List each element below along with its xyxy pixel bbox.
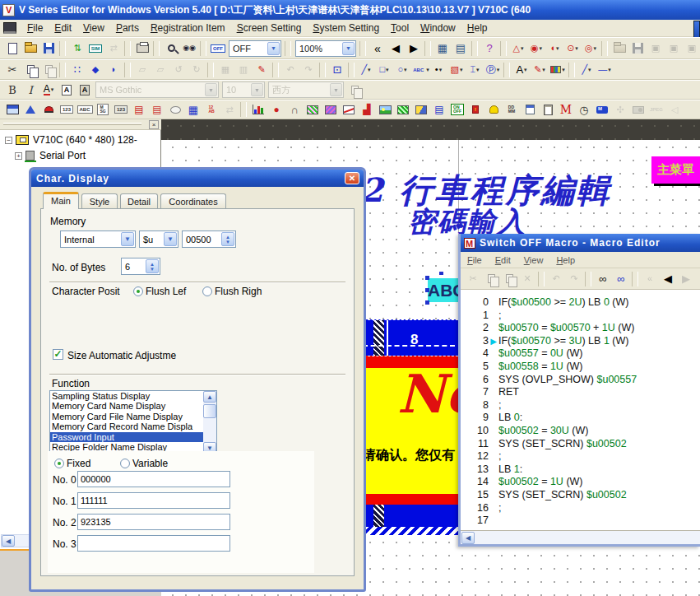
selection-handle[interactable]	[425, 300, 429, 305]
bar-graph-part-icon[interactable]	[249, 101, 267, 118]
circle-tool-icon[interactable]: ○▾	[393, 62, 411, 78]
clipboard-part-icon[interactable]	[539, 101, 557, 118]
ungroup-icon[interactable]: ◆	[86, 62, 104, 78]
tab-detail[interactable]: Detail	[120, 193, 158, 209]
save-icon[interactable]	[39, 40, 58, 57]
area-graph-part-icon[interactable]	[304, 101, 322, 118]
macro-find-icon[interactable]: ∞	[594, 271, 612, 287]
pie-graph-part-icon[interactable]: ●	[267, 101, 285, 118]
main-menu-screen-button[interactable]: 主菜單	[651, 156, 700, 184]
bytes-stepper[interactable]: 6▲▼	[121, 258, 160, 275]
child-window-icon[interactable]	[3, 22, 16, 34]
measure-tool-icon[interactable]: ⌶▾	[466, 62, 484, 78]
area-graph2-part-icon[interactable]	[322, 101, 340, 118]
tree-item-serial-port[interactable]: + Serial Port	[15, 150, 86, 161]
pen-color-icon[interactable]: ✎▾	[531, 62, 549, 78]
code-line-15[interactable]: 15SYS (SET_SCRN) $u00502	[469, 489, 700, 502]
selection-handle[interactable]	[439, 272, 443, 275]
char-shadow-icon[interactable]: A	[76, 81, 94, 98]
autosize-checkbox[interactable]: ✓	[53, 349, 63, 360]
code-line-14[interactable]: 14$u00502 = 1U (W)	[469, 476, 700, 489]
collapse-icon[interactable]: −	[5, 137, 12, 144]
tab-main[interactable]: Main	[43, 192, 79, 209]
draw-triangle-icon[interactable]: △▾	[509, 40, 527, 57]
new-file-icon[interactable]	[3, 40, 21, 57]
menu-item-registration-item[interactable]: Registration Item	[145, 21, 231, 35]
memory-source-select[interactable]: Internal▼	[60, 230, 136, 248]
chevron-down-icon[interactable]: ▼	[164, 232, 177, 246]
radio-flush-lef[interactable]	[133, 286, 143, 296]
macro-part-icon[interactable]: M	[557, 101, 575, 118]
bold-icon[interactable]: B	[3, 81, 21, 98]
password-field-2[interactable]	[77, 514, 230, 530]
graphic-part-icon[interactable]	[412, 101, 430, 118]
select-mode-icon[interactable]: ⊡	[328, 62, 346, 78]
code-line-16[interactable]: 16;	[469, 502, 700, 515]
chevron-down-icon[interactable]: ▼	[342, 42, 355, 55]
tree-item-device[interactable]: − V710C (640 * 480) 128-	[5, 134, 137, 146]
chevron-down-icon[interactable]: ▼	[251, 83, 263, 96]
code-line-4[interactable]: 4$u00557 = 0U (W)	[469, 347, 700, 361]
zoom-tool-icon[interactable]	[162, 40, 180, 57]
scroll-left-icon[interactable]: ◀	[461, 532, 475, 544]
num-display-part-icon[interactable]: 123	[58, 101, 76, 118]
calendar12-part-icon[interactable]: 12AB	[202, 101, 220, 118]
menu-item-screen-setting[interactable]: Screen Setting	[231, 21, 308, 35]
onoff-block-part-icon[interactable]: ONOFF	[448, 101, 466, 118]
memory-address-stepper[interactable]: 00500▲▼	[182, 230, 236, 248]
code-line-8[interactable]: 8;	[469, 399, 700, 412]
zoom-select[interactable]: 100%▼	[295, 40, 356, 57]
menu-item-edit[interactable]: Edit	[489, 254, 517, 267]
menu-item-tool[interactable]: Tool	[385, 21, 415, 35]
line-tool-icon[interactable]: ╱▾	[357, 62, 375, 78]
radio-flush-righ[interactable]	[202, 286, 212, 296]
draw-ellipse-icon[interactable]: ⊙▾	[563, 40, 582, 57]
floating-toolbar-fragment[interactable]	[693, 21, 700, 39]
draw-circle-icon[interactable]: ◉▾	[527, 40, 545, 57]
switch-part-icon[interactable]	[3, 101, 21, 118]
line-width-icon[interactable]: —▾	[596, 62, 614, 78]
buzzer-part-icon[interactable]	[484, 101, 503, 118]
entry-keypad-part-icon[interactable]: ▦	[184, 101, 202, 118]
macro-horizontal-scrollbar[interactable]: ◀	[461, 530, 700, 544]
picture-part-icon[interactable]	[376, 101, 394, 118]
dialog-close-icon[interactable]: ✕	[345, 172, 359, 184]
char-frame-icon[interactable]: A	[58, 81, 76, 98]
brush-icon[interactable]: ✎	[253, 62, 271, 78]
code-line-5[interactable]: 5$u00558 = 1U (W)	[469, 361, 700, 374]
rect-tool-icon[interactable]: □▾	[375, 62, 393, 78]
password-field-0[interactable]	[77, 471, 230, 487]
graph-block-part-icon[interactable]: ▤	[130, 101, 148, 118]
alarm-lamp-part-icon[interactable]	[39, 101, 58, 118]
trend-graph-part-icon[interactable]	[340, 101, 358, 118]
italic-icon[interactable]: I	[21, 81, 39, 98]
time-display-part-icon[interactable]: ◷	[575, 101, 593, 118]
download-transfer-icon[interactable]: ⇅	[68, 40, 86, 57]
message-part-icon[interactable]: MSG	[94, 101, 112, 118]
code-line-2[interactable]: 2$u00570 = $u00570 + 1U (W)	[469, 322, 700, 335]
item-list-icon[interactable]: ▤	[452, 40, 470, 57]
preview-icon[interactable]: ◉◉	[180, 40, 198, 57]
off-state-icon[interactable]: OFF	[209, 40, 227, 57]
calendar-part-icon[interactable]: DDMM	[503, 101, 521, 118]
function-item-memory-card-record-name-displa[interactable]: Memory Card Record Name Displa	[50, 421, 216, 431]
function-item-memory-card-file-name-display[interactable]: Memory Card File Name Display	[50, 412, 216, 421]
macro-back-icon[interactable]: ◀	[659, 271, 677, 287]
char-display-part-selected[interactable]: ABC	[428, 278, 458, 302]
menu-item-system-setting[interactable]: System Setting	[307, 21, 385, 35]
function-listbox[interactable]: Sampling Status DisplayMemory Card Name …	[49, 390, 217, 454]
pattern-tool-icon[interactable]: Ⓟ▾	[484, 62, 502, 78]
code-line-3[interactable]: 3▶IF($u00570 >= 3U) LB 1 (W)	[469, 335, 700, 348]
menu-item-view[interactable]: View	[517, 254, 550, 267]
menu-item-window[interactable]: Window	[415, 21, 461, 35]
char-display-part-icon[interactable]: ABC	[76, 101, 94, 118]
chevron-down-icon[interactable]: ▼	[121, 232, 134, 246]
screen-grid-icon[interactable]: ▦	[433, 40, 452, 57]
code-line-9[interactable]: 9LB 0:	[469, 412, 700, 425]
text-tool-icon[interactable]: ABC▾	[411, 62, 429, 78]
spinner-arrows-icon[interactable]: ▲▼	[146, 259, 159, 273]
code-line-1[interactable]: 1;	[469, 310, 700, 323]
code-line-12[interactable]: 12;	[469, 450, 700, 463]
expand-icon[interactable]: +	[15, 152, 22, 160]
fill-tool-icon[interactable]: ▧▾	[447, 62, 466, 78]
